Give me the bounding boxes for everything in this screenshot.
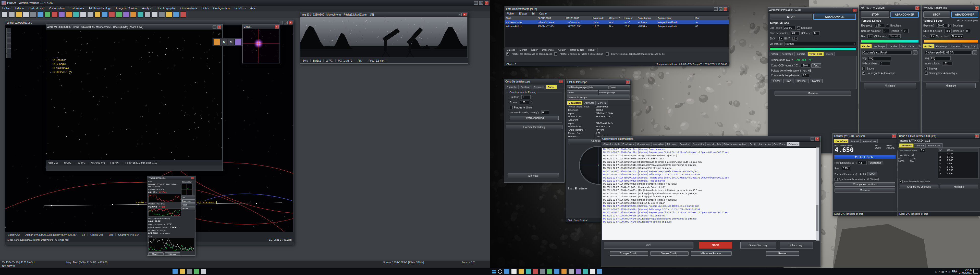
tracking-button[interactable]: Graphique	[181, 199, 195, 203]
save-checkbox[interactable]: ✓	[862, 67, 865, 70]
toolbar-icon[interactable]	[130, 11, 136, 17]
observation-log[interactable]: TU 2021-02-07 19h49m03.134s : [Caméra] P…	[602, 147, 816, 240]
toolbar-icon[interactable]	[23, 11, 29, 17]
stop-observations-button[interactable]: STOP	[699, 242, 732, 249]
tab[interactable]: Cibles (ou objet)	[602, 142, 621, 146]
skychart-tool-icon[interactable]	[6, 33, 11, 38]
section-button[interactable]: Météo	[567, 90, 598, 95]
close-icon[interactable]: ×	[559, 80, 563, 83]
skychart-telescope-label[interactable]: LT(?): ATIK 460EX	[195, 201, 217, 204]
loops-input[interactable]	[791, 31, 800, 35]
titlebar[interactable]: Img 131 | 1280x960 - Monochrome - Réels(…	[301, 12, 468, 17]
toolbar-icon[interactable]	[52, 11, 58, 17]
toolbar-icon[interactable]	[166, 11, 172, 17]
go-button[interactable]: GO!	[604, 242, 694, 249]
tab[interactable]: Divers	[978, 44, 980, 48]
tab[interactable]: Temp. CCD	[962, 44, 978, 48]
browse-button[interactable]: ...	[972, 51, 977, 55]
guide-star-canvas[interactable]	[243, 29, 280, 63]
column-header[interactable]: Magnitude	[593, 17, 608, 19]
temperature-button[interactable]: Éditer	[771, 79, 782, 83]
toolbar-icon[interactable]	[59, 11, 65, 17]
plus-button[interactable]: Plus >>>	[148, 252, 164, 256]
execute-deparking-button[interactable]: Exécute Deparking	[506, 125, 563, 130]
stop-exposure-button[interactable]: STOP	[923, 11, 950, 17]
next-index-input[interactable]	[942, 62, 953, 65]
minimise-button[interactable]: Minimise	[165, 252, 180, 256]
exposure-input[interactable]	[875, 24, 885, 27]
taskbar-app-icon[interactable]	[533, 269, 538, 274]
menu-item[interactable]: Aide	[248, 6, 258, 10]
close-icon[interactable]: ×	[463, 13, 466, 16]
taskbar-app-icon[interactable]	[554, 269, 559, 274]
taskbar-app-icon[interactable]	[526, 269, 531, 274]
minimize-icon[interactable]: −	[213, 25, 216, 29]
titlebar[interactable]: Roue à Filtres Interne CCD (n°1) ×	[898, 134, 980, 139]
column-header[interactable]: Objet	[505, 17, 537, 19]
tray-icon[interactable]: ♪	[939, 270, 940, 273]
abort-button[interactable]: ABANDONNER	[951, 11, 978, 17]
tab[interactable]: Gest. Erreur	[772, 142, 787, 146]
loops-input[interactable]	[945, 29, 952, 33]
exposure-input[interactable]	[783, 26, 795, 30]
tab[interactable]: Contrôles	[834, 139, 849, 143]
close-icon[interactable]: ×	[275, 25, 279, 28]
apply-position-button[interactable]: Appliquer	[868, 161, 883, 165]
tab[interactable]: Azimutal	[583, 101, 595, 105]
taskbar-clock[interactable]: 20:56 07/02/2021	[959, 269, 972, 274]
toolbar-icon[interactable]	[66, 11, 72, 17]
loop-checkbox[interactable]: ✓	[797, 27, 800, 30]
filter-offset-list[interactable]: N°Offset 10.34520.76030.34540.69050.730L…	[938, 148, 978, 179]
section-button[interactable]: Suivi	[588, 85, 609, 89]
tray-icon[interactable]: ▤	[942, 270, 944, 273]
biny-select[interactable]: 2▾	[792, 37, 798, 41]
titlebar[interactable]: ARTEMIS CCD ATIK One6il ×	[768, 8, 858, 13]
toolbar-icon[interactable]	[87, 11, 94, 17]
minimise-button[interactable]: Minimise	[508, 173, 559, 178]
readout-select[interactable]: Normal▾	[951, 34, 963, 38]
flip-icon-button[interactable]	[213, 39, 220, 45]
column-header[interactable]: Dist	[695, 17, 729, 19]
tab[interactable]: Caméra	[887, 44, 899, 48]
titlebar[interactable]: Liste d'objets/charge [NUX] − □ ×	[505, 6, 729, 12]
starfield-canvas[interactable]	[46, 30, 222, 160]
menu-item[interactable]: Observations	[178, 6, 199, 10]
toolbar-action[interactable]: Ajouter	[556, 48, 568, 52]
titlebar[interactable]: Etat du télescope ×	[566, 79, 631, 85]
abort-button[interactable]: ABANDONNER	[813, 14, 856, 20]
tab[interactable]: Acquisition	[652, 142, 665, 146]
taskbar-app-icon[interactable]	[569, 269, 574, 274]
toolbar-icon[interactable]	[45, 11, 51, 17]
bin-select[interactable]: 1▾	[930, 34, 935, 38]
setpoint-input[interactable]	[801, 64, 810, 68]
close-icon[interactable]: ×	[915, 6, 919, 9]
section-button[interactable]: Aide au guidage	[599, 90, 630, 95]
menu-item[interactable]: Traitements	[67, 6, 86, 10]
column-header[interactable]: DELTA 2000	[566, 17, 593, 19]
search-icon[interactable]	[498, 269, 502, 274]
titlebar[interactable]: ZWO ASI120MM Mini ×	[921, 5, 980, 11]
filter-row[interactable]: L0.795	[938, 168, 978, 172]
next-index-input[interactable]	[880, 62, 890, 65]
log-scrollbar[interactable]	[816, 147, 819, 241]
tab[interactable]: Astrométrie	[692, 142, 706, 146]
abort-button[interactable]: ABANDONNER	[891, 11, 919, 17]
autosave-checkbox[interactable]: ✓	[862, 71, 865, 74]
tab[interactable]: Fenêtrage	[934, 44, 949, 48]
skychart-tool-icon[interactable]	[6, 38, 11, 43]
save-config-button[interactable]: Sauver Config.	[650, 251, 689, 256]
menu-item[interactable]: Configuration	[211, 6, 232, 10]
close-icon[interactable]: ×	[892, 134, 896, 138]
titlebar[interactable]: ZWO ASI174MM Mini ×	[859, 5, 921, 11]
tab[interactable]: Informations	[861, 139, 878, 143]
taskbar-app-icon[interactable]	[540, 269, 545, 274]
column-header[interactable]: Observé ?	[608, 17, 624, 19]
toolbar-icon[interactable]	[9, 11, 15, 17]
sync-focus-checkbox[interactable]: ✓	[900, 180, 903, 183]
tab[interactable]: Informations	[926, 143, 943, 147]
toolbar-action[interactable]: Carte du ciel	[568, 48, 586, 52]
toolbar-icon[interactable]	[37, 11, 43, 17]
close-icon[interactable]: ×	[975, 134, 979, 138]
toolbar-icon[interactable]	[109, 11, 115, 17]
language-indicator[interactable]: FRA	[952, 270, 957, 273]
